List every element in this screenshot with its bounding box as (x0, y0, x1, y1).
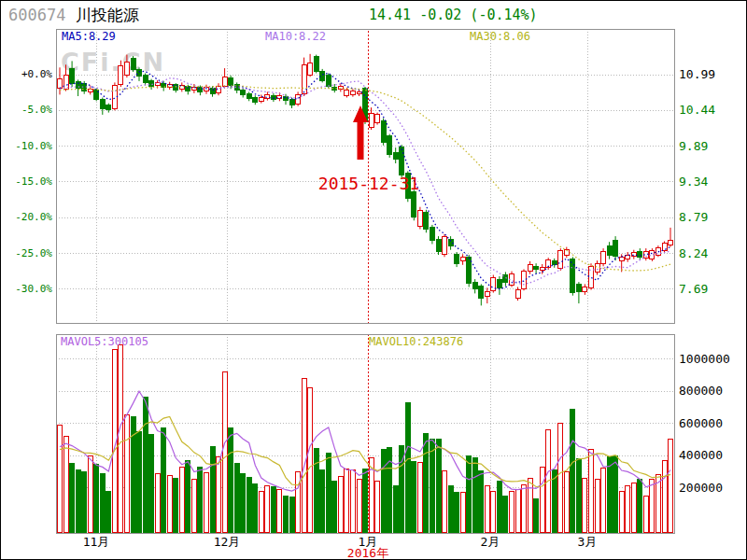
volume-bar (576, 458, 581, 532)
volume-bar (63, 436, 68, 532)
mavol10-label: MAVOL10:243876 (369, 336, 463, 347)
volume-bar (289, 497, 294, 532)
candle-down (613, 241, 618, 257)
stock-chart-window: 600674 川投能源 14.41 -0.02 (-0.14%) CFi.CN … (0, 0, 747, 560)
volume-bar (106, 491, 111, 532)
volume-bar (338, 476, 343, 532)
volume-bar (58, 425, 63, 532)
volume-bar (381, 449, 386, 532)
volume-bar (155, 474, 160, 532)
candle-down (137, 70, 142, 77)
candle-up (417, 211, 422, 227)
candle-up (540, 268, 544, 270)
candle-down (229, 77, 233, 85)
volume-bar (204, 472, 209, 532)
volume-bar (510, 492, 514, 532)
volume-bar (357, 480, 361, 532)
volume-bar (191, 479, 196, 532)
volume-bar (424, 434, 429, 532)
candle-up (631, 253, 636, 257)
volume-bar (271, 487, 275, 532)
candle-up (528, 264, 532, 272)
volume-bar (528, 478, 532, 532)
volume-bar (662, 460, 667, 532)
volume-bar (613, 456, 618, 532)
candle-down (253, 98, 258, 103)
candle-down (412, 192, 416, 217)
candle-down (210, 89, 215, 93)
volume-bar (253, 483, 258, 532)
volume-bar (320, 470, 325, 533)
volume-bar (589, 449, 594, 532)
candle-up (112, 86, 117, 109)
candle-down (388, 136, 392, 155)
volume-bar (467, 456, 472, 532)
volume-bar (558, 424, 563, 533)
volume-bar (241, 474, 246, 532)
volume-bar (332, 482, 337, 532)
volume-bar (100, 474, 105, 532)
volume-bar (375, 482, 380, 532)
volume-bar (149, 435, 154, 532)
volume-bar (167, 476, 172, 532)
candle-down (497, 279, 501, 287)
volume-bar (119, 344, 123, 532)
volume-bar (124, 415, 129, 532)
candle-down (472, 282, 477, 289)
candle-down (70, 69, 75, 83)
candle-down (571, 259, 575, 293)
volume-bar (472, 458, 477, 532)
candle-up (369, 113, 374, 127)
volume-bar (448, 486, 453, 532)
volume-bar (595, 480, 599, 532)
volume-bar (179, 467, 184, 532)
candle-up (259, 98, 263, 102)
candle-up (222, 77, 227, 86)
candle-down (534, 266, 539, 269)
volume-bar (522, 484, 527, 532)
volume-bar (479, 470, 484, 532)
candle-down (131, 58, 135, 69)
volume-bar (363, 469, 368, 532)
candle-up (485, 291, 489, 296)
volume-bar (619, 491, 624, 532)
candle-up (443, 237, 447, 254)
volume-bar (443, 470, 447, 532)
candle-down (106, 105, 111, 110)
volume-bar (217, 457, 221, 532)
volume-bar (234, 464, 239, 532)
volume-bar (571, 409, 575, 532)
candle-down (479, 287, 484, 299)
candle-up (345, 90, 349, 95)
volume-bar (417, 463, 422, 532)
candle-down (576, 284, 581, 291)
candle-down (393, 153, 398, 160)
volume-bar (497, 482, 501, 532)
volume-bar (601, 469, 606, 532)
candle-down (314, 57, 318, 71)
volume-bar (162, 428, 166, 532)
volume-bar (650, 480, 655, 532)
volume-bar (284, 496, 289, 532)
volume-bar (534, 499, 539, 532)
candle-up (119, 66, 123, 85)
volume-bar (210, 447, 215, 533)
candle-down (100, 99, 105, 109)
candle-up (308, 63, 313, 75)
volume-bar (174, 478, 178, 532)
volume-bar (198, 467, 203, 532)
candle-up (595, 263, 599, 272)
volume-bar (405, 403, 410, 532)
volume-bar (607, 457, 612, 532)
candle-down (430, 228, 434, 241)
volume-bar (222, 371, 227, 532)
candle-down (149, 81, 154, 86)
volume-bar (265, 486, 270, 532)
volume-bar (277, 489, 282, 532)
candle-up (601, 251, 606, 263)
volume-bar (669, 440, 673, 532)
volume-bar (82, 471, 87, 532)
candle-up (350, 91, 355, 95)
volume-bar (430, 440, 434, 532)
candle-down (424, 212, 429, 229)
